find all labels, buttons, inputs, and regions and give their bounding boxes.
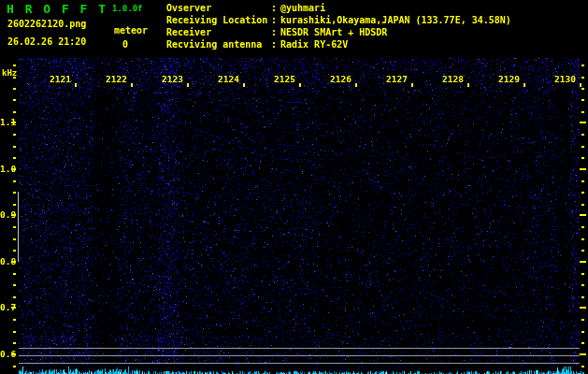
freq-tick-minor <box>581 366 584 367</box>
time-tick <box>243 83 245 87</box>
app-title: H R O F F T <box>7 2 108 16</box>
time-tick-label: 2121 <box>48 74 71 84</box>
version-label: 1.0.0f <box>112 4 143 13</box>
info-value: Radix RY-62V <box>280 39 348 50</box>
freq-tick-minor <box>581 65 584 66</box>
freq-tick-minor <box>13 157 16 159</box>
freq-tick-minor <box>13 192 16 194</box>
info-row: Recviving antenna:Radix RY-62V <box>166 38 511 50</box>
freq-tick-minor <box>581 331 584 333</box>
freq-tick-minor <box>581 134 584 136</box>
freq-tick-label: 0.8 <box>0 256 12 266</box>
freq-tick-major <box>580 261 586 263</box>
time-tick <box>131 83 133 87</box>
freq-tick-minor <box>581 238 584 240</box>
time-tick-label: 2126 <box>328 74 351 84</box>
freq-tick-minor <box>13 319 16 321</box>
freq-tick-minor <box>581 273 584 275</box>
freq-tick-minor <box>581 204 584 206</box>
info-value: kurashiki,Okayama,JAPAN (133.77E, 34.58N… <box>280 15 511 25</box>
time-tick-label: 2127 <box>384 74 408 84</box>
freq-tick-minor <box>581 99 584 101</box>
freq-tick-minor <box>13 88 16 90</box>
carrier-line <box>19 363 580 364</box>
info-separator: : <box>271 14 280 26</box>
freq-tick-minor <box>581 157 584 159</box>
freq-tick-major <box>580 122 586 123</box>
info-label: Recviving antenna <box>166 38 271 50</box>
time-tick-label: 2125 <box>272 74 295 84</box>
khz-axis-label: kHz <box>2 68 17 78</box>
freq-tick-minor <box>581 77 584 79</box>
freq-tick-minor <box>13 342 16 344</box>
freq-tick-minor <box>581 180 584 182</box>
freq-tick-minor <box>581 296 584 298</box>
time-tick-label: 2122 <box>104 74 127 84</box>
time-tick <box>299 83 301 87</box>
freq-tick-label: 1.1 <box>0 117 12 127</box>
info-row: Ovserver:@yuhmari <box>166 2 511 14</box>
meteor-count: 0 <box>122 39 128 50</box>
info-separator: : <box>271 26 280 38</box>
freq-tick-minor <box>13 238 16 240</box>
time-tick <box>411 83 413 87</box>
freq-tick-label: 1.0 <box>0 164 12 174</box>
freq-tick-minor <box>13 65 16 66</box>
time-tick-label: 2128 <box>440 74 464 84</box>
datetime-label: 26.02.26 21:20 <box>7 36 86 47</box>
freq-tick-minor <box>13 250 16 252</box>
freq-tick-minor <box>581 226 584 228</box>
freq-tick-minor <box>581 319 584 321</box>
freq-tick-minor <box>581 250 584 252</box>
time-tick-label: 2123 <box>160 74 183 84</box>
time-tick <box>187 83 189 87</box>
freq-tick-minor <box>581 88 584 90</box>
freq-tick-minor <box>13 180 16 182</box>
freq-tick-major <box>580 168 586 170</box>
freq-tick-minor <box>13 331 16 333</box>
info-label: Receiving Location <box>166 14 271 26</box>
freq-tick-minor <box>13 111 16 113</box>
info-value: NESDR SMArt + HDSDR <box>280 27 387 37</box>
freq-tick-minor <box>581 146 584 148</box>
freq-tick-major <box>580 214 586 216</box>
filename-label: 2602262120.png <box>7 19 86 29</box>
time-tick-label: 2124 <box>216 74 239 84</box>
freq-tick-minor <box>13 296 16 298</box>
time-tick <box>523 83 525 87</box>
hrofft-screen: H R O F F T 1.0.0f 2602262120.png meteor… <box>0 0 588 374</box>
info-row: Receiver:NESDR SMArt + HDSDR <box>166 26 511 38</box>
freq-tick-minor <box>13 99 16 101</box>
freq-tick-minor <box>13 366 16 367</box>
time-tick <box>355 83 357 87</box>
freq-tick-major <box>580 353 586 355</box>
carrier-line <box>19 355 580 356</box>
info-label: Ovserver <box>166 2 271 14</box>
info-label: Receiver <box>166 26 271 38</box>
spectrogram-canvas <box>0 0 588 374</box>
time-tick-label: 2129 <box>496 74 520 84</box>
freq-tick-minor <box>581 192 584 194</box>
time-tick <box>467 83 469 87</box>
carrier-line <box>19 348 580 349</box>
freq-tick-minor <box>13 226 16 228</box>
calibration-marker <box>18 192 19 262</box>
freq-tick-minor <box>13 134 16 136</box>
freq-tick-minor <box>13 146 16 148</box>
freq-tick-major <box>580 307 586 309</box>
freq-tick-label: 0.7 <box>0 302 12 312</box>
info-row: Receiving Location:kurashiki,Okayama,JAP… <box>166 14 511 26</box>
time-tick <box>75 83 77 87</box>
info-separator: : <box>271 2 280 14</box>
info-value: @yuhmari <box>280 3 325 13</box>
time-tick-label: 2130 <box>552 74 576 84</box>
info-separator: : <box>271 38 280 50</box>
time-tick <box>580 83 581 87</box>
freq-tick-minor <box>581 342 584 344</box>
meteor-label: meteor <box>114 25 148 36</box>
freq-tick-minor <box>581 284 584 286</box>
freq-tick-minor <box>581 111 584 113</box>
freq-tick-minor <box>13 204 16 206</box>
freq-tick-minor <box>13 284 16 286</box>
freq-tick-label: 0.6 <box>0 349 12 359</box>
